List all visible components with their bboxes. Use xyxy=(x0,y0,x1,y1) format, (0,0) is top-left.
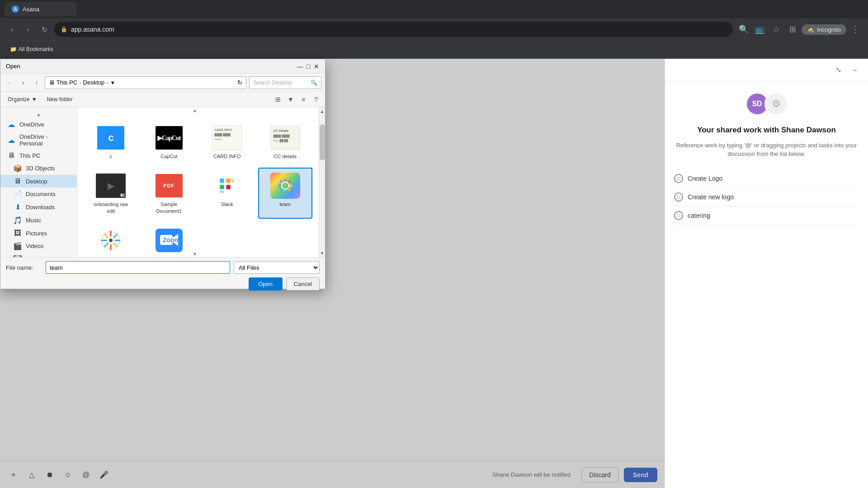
dialog-nav-toolbar: ‹ › ↑ 🖥 This PC › Desktop › ▼ ↻ Search D… xyxy=(0,74,325,92)
view-dropdown-btn[interactable]: ▼ xyxy=(285,94,296,105)
split-icon[interactable]: ⊞ xyxy=(785,22,800,37)
scrollbar-down[interactable]: ▼ xyxy=(320,249,325,257)
incognito-button[interactable]: 🕵 Incognito xyxy=(802,24,846,35)
file-item-slack[interactable]: Slack xyxy=(200,168,255,219)
sidebar-item-music[interactable]: 🎵 Music xyxy=(0,214,77,227)
sidebar-item-pictures[interactable]: 🖼 Pictures xyxy=(0,227,77,239)
sidebar-item-videos[interactable]: 🎬 Videos xyxy=(0,239,77,253)
file-item-onboarding[interactable]: ▶ onboarding raw edit xyxy=(84,168,138,219)
filetype-select[interactable]: All Files xyxy=(234,261,320,274)
close-panel-icon[interactable]: → xyxy=(848,64,861,76)
breadcrumb-dropdown[interactable]: ▼ xyxy=(110,80,115,85)
help-btn[interactable]: ? xyxy=(311,94,321,105)
dialog-up[interactable]: ↑ xyxy=(31,77,42,88)
shared-work-title: Your shared work with Shane Dawson xyxy=(674,125,859,136)
documents-icon: 📄 xyxy=(13,190,22,198)
sidebar-label-downloads: Downloads xyxy=(26,204,55,211)
task-item-1[interactable]: ○ Create Logo xyxy=(674,169,859,188)
dialog-minimize[interactable]: — xyxy=(297,63,303,70)
organize-button[interactable]: Organize ▼ xyxy=(4,94,41,104)
sidebar-label-localdisk: Local Disk (C:) xyxy=(26,256,64,257)
new-folder-button[interactable]: New folder xyxy=(43,94,76,104)
sidebar-item-documents[interactable]: 📄 Documents xyxy=(0,188,77,201)
menu-icon[interactable]: ⋮ xyxy=(848,22,863,37)
sidebar-item-desktop[interactable]: 🖥 Desktop xyxy=(0,175,77,188)
file-item-pdf[interactable]: PDF Sample Document1 xyxy=(142,168,197,219)
task-label-1: Create Logo xyxy=(688,175,722,182)
thispc-icon: 🖥 xyxy=(7,151,16,160)
sidebar-label-music: Music xyxy=(26,217,41,224)
task-list: ○ Create Logo ○ Create new logo ○ cateri… xyxy=(674,169,859,225)
file-item-cardinfo[interactable]: CARD INFO████ ████Name CARD INFO xyxy=(200,120,255,164)
filename-input[interactable] xyxy=(46,261,230,274)
window-close[interactable]: ✕ xyxy=(853,6,859,12)
svg-point-6 xyxy=(282,182,289,189)
svg-point-16 xyxy=(109,239,113,242)
files-scroll-down[interactable]: ▼ xyxy=(77,251,312,257)
scrollbar-up[interactable]: ▲ xyxy=(320,107,325,115)
file-item-cc[interactable]: CC Details████ ████Exp: ██/██ CC details xyxy=(258,120,313,164)
dialog-scrollbar[interactable]: ▲ ▼ xyxy=(319,107,325,257)
cancel-button[interactable]: Cancel xyxy=(286,277,320,291)
file-thumb-cardinfo: CARD INFO████ ████Name xyxy=(211,124,243,151)
scrollbar-thumb[interactable] xyxy=(320,124,325,160)
task-check-2[interactable]: ○ xyxy=(674,192,683,202)
file-name-cc: CC details xyxy=(274,153,297,160)
window-minimize[interactable]: — xyxy=(835,6,841,12)
dialog-forward[interactable]: › xyxy=(18,77,28,88)
open-button[interactable]: Open xyxy=(249,277,283,291)
files-area: ▲ c c ▶CapCut CapCut xyxy=(77,107,319,257)
file-thumb-pdf: PDF xyxy=(153,172,185,199)
dialog-close[interactable]: ✕ xyxy=(313,63,320,70)
breadcrumb-sep2: › xyxy=(106,79,108,86)
file-name-capcut: CapCut xyxy=(160,153,177,160)
window-maximize[interactable]: □ xyxy=(844,6,850,12)
bookmarks-folder[interactable]: 📁 All Bookmarks xyxy=(6,44,57,54)
slack-icon xyxy=(213,174,241,197)
bookmark-icon[interactable]: ☆ xyxy=(769,22,783,37)
sidebar-item-thispc[interactable]: 🖥 This PC xyxy=(0,149,77,162)
svg-text:Zoom: Zoom xyxy=(163,236,179,244)
file-name-onboarding: onboarding raw edit xyxy=(93,201,129,214)
svg-point-14 xyxy=(288,188,291,191)
search-box[interactable]: Search Desktop 🔍 xyxy=(249,76,321,89)
cast-icon[interactable]: 📺 xyxy=(753,22,767,37)
file-item-capcut[interactable]: ▶CapCut CapCut xyxy=(142,120,197,164)
sidebar-label-videos: Videos xyxy=(26,243,44,249)
forward-button[interactable]: › xyxy=(22,23,34,36)
dialog-footer: File name: All Files Open Cancel xyxy=(0,257,325,289)
file-item-team[interactable]: team xyxy=(258,168,313,219)
dialog-maximize[interactable]: □ xyxy=(305,63,311,70)
back-button[interactable]: ‹ xyxy=(5,23,18,36)
task-item-2[interactable]: ○ Create new logo xyxy=(674,188,859,206)
file-item-c[interactable]: c c xyxy=(84,120,138,164)
filename-label: File name: xyxy=(6,264,42,271)
sidebar-scroll-up[interactable]: ▲ xyxy=(0,111,77,118)
search-icon[interactable]: 🔍 xyxy=(736,22,751,37)
file-name-team: team xyxy=(280,201,291,207)
task-check-3[interactable]: ○ xyxy=(674,211,683,220)
files-scroll-up[interactable]: ▲ xyxy=(77,107,312,113)
avatar-gear: ⚙ xyxy=(764,92,788,116)
browser-tab[interactable]: A Asana xyxy=(5,2,77,16)
svg-point-8 xyxy=(284,190,287,192)
sidebar-item-3d[interactable]: 📦 3D Objects xyxy=(0,162,77,175)
details-pane-btn[interactable]: ≡ xyxy=(298,94,309,105)
search-icon: 🔍 xyxy=(311,80,317,86)
sidebar-item-onedrive-personal[interactable]: ☁ OneDrive - Personal xyxy=(0,131,77,149)
sidebar-item-onedrive[interactable]: ☁ OneDrive xyxy=(0,118,77,131)
refresh-btn[interactable]: ↻ xyxy=(237,79,242,86)
address-bar[interactable]: 🔒 app.asana.com xyxy=(54,22,733,37)
incognito-icon: 🕵 xyxy=(807,26,814,33)
view-icon-btn[interactable]: ⊞ xyxy=(273,94,283,105)
minimize-panel-icon[interactable]: ⤡ xyxy=(832,64,844,76)
dialog-back[interactable]: ‹ xyxy=(4,77,15,88)
sidebar-item-localdisk[interactable]: 💽 Local Disk (C:) xyxy=(0,253,77,257)
task-item-3[interactable]: ○ catering xyxy=(674,206,859,225)
svg-point-9 xyxy=(278,184,281,187)
breadcrumb[interactable]: 🖥 This PC › Desktop › ▼ ↻ xyxy=(45,76,246,89)
onboarding-icon: ▶ xyxy=(96,174,126,198)
reload-button[interactable]: ↻ xyxy=(38,23,51,36)
task-check-1[interactable]: ○ xyxy=(674,174,683,183)
sidebar-item-downloads[interactable]: ⬇ Downloads xyxy=(0,201,77,214)
